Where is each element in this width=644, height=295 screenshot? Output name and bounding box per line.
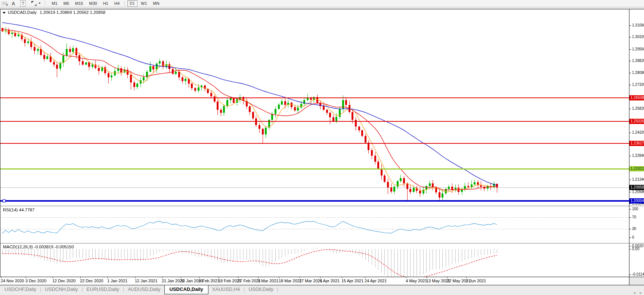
date-label: 27 Mar 2021 — [299, 279, 322, 283]
axis-tick-label: 1.22840 — [632, 153, 644, 158]
tab-usdcnh-daily[interactable]: USDCNH,Daily — [41, 285, 81, 294]
date-tick-mark — [320, 277, 321, 278]
text-label-tool-icon[interactable]: A — [12, 1, 15, 6]
timeframe-h4-button[interactable]: H4 — [112, 0, 122, 7]
date-tick-mark — [162, 277, 162, 278]
toolbar-separator — [45, 1, 46, 6]
axis-tick-label: 1.24320 — [632, 130, 644, 134]
date-label: 24 Apr 2021 — [365, 279, 387, 283]
grid-icon-letter: F — [6, 3, 8, 7]
price-level-label: 1.23627 — [629, 141, 644, 146]
tabs-scroll-right-icon[interactable]: ► — [639, 291, 642, 295]
date-tick-mark — [427, 277, 427, 278]
date-tick-mark — [238, 277, 238, 278]
axis-tick-mark — [629, 217, 631, 218]
axis-tick-mark — [629, 133, 631, 133]
date-label: 6 Apr 2021 — [320, 279, 340, 283]
date-label: 15 Apr 2021 — [341, 279, 363, 283]
axis-tick-label: 1.28820 — [632, 59, 644, 63]
axis-tick-mark — [629, 229, 631, 229]
date-label: 4 May 2021 — [406, 279, 427, 283]
text-box-tool-icon[interactable]: T — [20, 0, 25, 7]
timeframe-buttons: M1M5M15M30H1H4D1W1MN — [49, 0, 162, 7]
date-label: 3 Dec 2020 — [25, 279, 46, 283]
tab-audusd-daily[interactable]: AUDUSD,Daily — [124, 285, 164, 294]
axis-tick-mark — [629, 204, 631, 204]
axis-tick-label: 70 — [632, 215, 636, 219]
tab-scroll-arrows: ◄► — [629, 289, 642, 295]
axis-tick-mark — [629, 25, 631, 26]
tab-separator: | — [277, 285, 278, 292]
date-tick-mark — [447, 277, 448, 278]
axis-tick-mark — [629, 37, 631, 37]
date-label: 18 Mar 2021 — [279, 279, 302, 283]
date-tick-mark — [466, 277, 467, 278]
timeframe-d1-button[interactable]: D1 — [127, 0, 137, 7]
timeframe-mn-button[interactable]: MN — [151, 0, 162, 7]
axis-tick-label: 1.29560 — [632, 47, 644, 51]
tab-usdchf-daily[interactable]: USDCHF,Daily — [1, 285, 40, 294]
date-tick-mark — [342, 277, 342, 278]
tool-dropdown-caret-icon[interactable] — [38, 3, 41, 4]
price-chart-canvas[interactable] — [0, 9, 644, 277]
tabs-scroll-left-icon[interactable]: ◄ — [633, 291, 636, 295]
date-label: 27 Feb 2021 — [238, 279, 261, 283]
timeframe-h1-button[interactable]: H1 — [100, 0, 111, 7]
price-level-label: 1.22021 — [629, 166, 644, 171]
date-label: 9 Mar 2021 — [258, 279, 279, 283]
date-tick-mark — [406, 277, 406, 278]
date-tick-mark — [135, 277, 136, 278]
axis-divider — [629, 277, 629, 285]
axis-tick-mark — [629, 61, 631, 61]
axis-tick-mark — [629, 209, 631, 209]
price-level-label: 1.26508 — [629, 95, 644, 100]
chart-symbol-period: USDCAD,Daily — [8, 10, 37, 15]
timeframe-m1-button[interactable]: M1 — [49, 0, 60, 7]
timeframe-group-separator — [124, 1, 125, 6]
axis-tick-mark — [629, 85, 631, 85]
timeframe-m5-button[interactable]: M5 — [61, 0, 71, 7]
indicators-grid-icon[interactable]: F — [1, 1, 7, 6]
price-axis[interactable]: 1.310601.303201.295601.288201.280801.273… — [629, 0, 644, 285]
chart-ohlc-values: 1.20619 1.20869 1.20562 1.20858 — [40, 10, 105, 15]
tab-eurusd-daily[interactable]: EURUSD,Daily — [83, 285, 123, 294]
date-tick-mark — [219, 277, 219, 278]
chart-title: USDCAD,Daily1.20619 1.20869 1.20562 1.20… — [3, 10, 105, 15]
tab-usoil-daily[interactable]: USOil,Daily — [245, 285, 277, 294]
date-tick-mark — [53, 277, 53, 278]
date-tick-mark — [199, 277, 199, 278]
price-level-label: 1.20858 — [629, 185, 644, 190]
toolbar: F A T M1M5M15M30H1H4D1W1MN — [0, 0, 644, 7]
timeframe-m30-button[interactable]: M30 — [87, 0, 99, 7]
axis-tick-mark — [629, 192, 631, 192]
terminal-window: F A T M1M5M15M30H1H4D1W1MN USDCAD,Daily1… — [0, 0, 644, 295]
axis-tick-label: 100 — [632, 207, 638, 211]
axis-tick-mark — [629, 73, 631, 73]
axis-tick-label: 30 — [632, 227, 636, 231]
date-label: 22 Dec 2020 — [80, 279, 103, 283]
price-level-label: 1.20004 — [629, 198, 644, 204]
timeframe-m15-button[interactable]: M15 — [73, 0, 86, 7]
tab-usdcad-daily[interactable]: USDCAD,Daily — [164, 285, 208, 294]
axis-tick-mark — [629, 49, 631, 50]
date-label: 1 Jun 2021 — [466, 279, 486, 283]
date-tick-mark — [181, 277, 181, 278]
date-tick-mark — [80, 277, 81, 278]
axis-tick-label: 1.31060 — [632, 23, 644, 27]
date-label: 12 Dec 2020 — [52, 279, 75, 283]
date-tick-mark — [108, 277, 108, 278]
axis-tick-label: 1.28080 — [632, 71, 644, 75]
date-label: 1 Jan 2021 — [107, 279, 127, 283]
chart-tab-bar: USDCHF,Daily|USDCNH,Daily|EURUSD,Daily|A… — [0, 285, 644, 295]
axis-tick-mark — [629, 274, 631, 275]
symbol-dropdown-triangle-icon[interactable] — [3, 12, 6, 14]
date-tick-mark — [258, 277, 258, 278]
date-tick-mark — [279, 277, 279, 278]
date-label: 9 Feb 2021 — [199, 279, 220, 283]
cursor-tool-icon[interactable] — [31, 1, 37, 6]
date-axis[interactable]: 24 Nov 20203 Dec 202012 Dec 202022 Dec 2… — [0, 277, 629, 285]
tab-xauusd-h4[interactable]: XAUUSD,H4 — [208, 285, 244, 294]
axis-tick-label: 1.20580 — [632, 190, 644, 194]
axis-tick-mark — [629, 249, 631, 249]
timeframe-w1-button[interactable]: W1 — [139, 0, 150, 7]
